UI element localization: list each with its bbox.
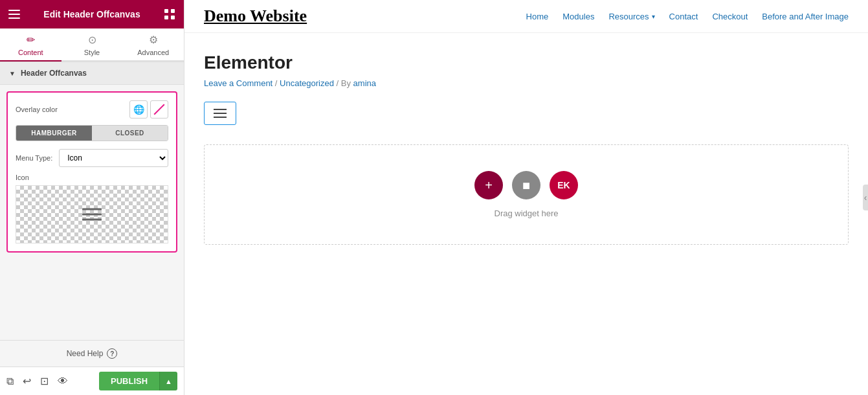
nav-contact[interactable]: Contact bbox=[669, 12, 698, 21]
publish-arrow-button[interactable]: ▲ bbox=[159, 372, 177, 390]
menu-type-label: Menu Type: bbox=[16, 154, 52, 162]
hamburger-widget[interactable] bbox=[204, 102, 236, 125]
tab-style[interactable]: ⊙ Style bbox=[61, 28, 123, 62]
nav-modules[interactable]: Modules bbox=[562, 12, 594, 21]
wh-line-3 bbox=[214, 117, 227, 118]
bottom-left-icons: ⧉ ↩ ⊡ 👁 bbox=[6, 375, 68, 387]
section-title: Header Offcanvas bbox=[21, 69, 87, 78]
wh-line-2 bbox=[214, 113, 227, 114]
site-logo: Demo Website bbox=[204, 6, 307, 26]
breadcrumb-comment-link[interactable]: Leave a Comment bbox=[204, 78, 273, 88]
tab-content[interactable]: ✏ Content bbox=[0, 28, 61, 62]
responsive-icon[interactable]: ⊡ bbox=[40, 375, 49, 387]
wh-line-1 bbox=[214, 109, 227, 110]
need-help[interactable]: Need Help ? bbox=[0, 340, 184, 367]
drag-widget-area[interactable]: + ■ EK Drag widget here bbox=[204, 144, 849, 245]
color-controls: 🌐 bbox=[129, 100, 168, 119]
svg-rect-1 bbox=[8, 14, 20, 15]
svg-rect-0 bbox=[8, 10, 20, 11]
panel-header: Edit Header Offcanvas bbox=[0, 0, 184, 28]
ek-widget-button[interactable]: EK bbox=[550, 171, 578, 199]
preview-icon[interactable]: 👁 bbox=[58, 376, 68, 387]
stop-widget-button[interactable]: ■ bbox=[512, 171, 540, 199]
global-color-button[interactable]: 🌐 bbox=[129, 100, 148, 119]
panel-header-actions bbox=[163, 8, 176, 21]
help-icon: ? bbox=[107, 348, 117, 359]
section-arrow: ▼ bbox=[9, 70, 16, 77]
svg-rect-6 bbox=[171, 16, 175, 19]
page-title: Elementor bbox=[204, 52, 849, 73]
nav-resources[interactable]: Resources ▾ bbox=[608, 12, 654, 21]
overlay-color-row: Overlay color 🌐 bbox=[16, 100, 168, 119]
breadcrumb-sep2: / By bbox=[337, 78, 351, 88]
breadcrumb-category-link[interactable]: Uncategorized bbox=[280, 78, 334, 88]
icon-preview[interactable] bbox=[16, 185, 168, 243]
hamburger-closed-toggle: HAMBURGER CLOSED bbox=[16, 125, 168, 141]
nav-home[interactable]: Home bbox=[526, 12, 549, 21]
tab-content-label: Content bbox=[18, 49, 43, 56]
main-area: Demo Website Home Modules Resources ▾ Co… bbox=[184, 0, 868, 395]
drag-widget-text: Drag widget here bbox=[495, 209, 559, 218]
hamburger-line-1 bbox=[82, 209, 102, 210]
closed-toggle-btn[interactable]: CLOSED bbox=[92, 126, 168, 141]
grid-icon[interactable] bbox=[163, 8, 176, 21]
bottom-toolbar: ⧉ ↩ ⊡ 👁 PUBLISH ▲ bbox=[0, 367, 184, 395]
widget-hamburger-icon bbox=[214, 109, 227, 118]
panel-resize-handle[interactable] bbox=[863, 185, 868, 210]
svg-rect-4 bbox=[171, 9, 175, 13]
add-widget-button[interactable]: + bbox=[474, 171, 503, 199]
panel-title: Edit Header Offcanvas bbox=[43, 9, 140, 19]
style-icon: ⊙ bbox=[88, 34, 96, 46]
page-content: Elementor Leave a Comment / Uncategorize… bbox=[184, 33, 868, 245]
menu-icon[interactable] bbox=[8, 8, 21, 21]
content-icon: ✏ bbox=[27, 34, 35, 46]
hamburger-toggle-btn[interactable]: HAMBURGER bbox=[16, 126, 92, 141]
hamburger-line-2 bbox=[82, 214, 102, 216]
svg-rect-3 bbox=[164, 9, 168, 13]
advanced-icon: ⚙ bbox=[149, 34, 158, 46]
drag-action-icons: + ■ EK bbox=[474, 171, 578, 199]
undo-icon[interactable]: ↩ bbox=[23, 375, 31, 387]
panel-tabs: ✏ Content ⊙ Style ⚙ Advanced bbox=[0, 28, 184, 62]
breadcrumb-author-link[interactable]: amina bbox=[353, 78, 376, 88]
tab-advanced[interactable]: ⚙ Advanced bbox=[122, 28, 184, 62]
color-picker-button[interactable] bbox=[150, 100, 168, 119]
left-panel: Edit Header Offcanvas ✏ Content ⊙ Style … bbox=[0, 0, 184, 395]
tab-style-label: Style bbox=[84, 49, 100, 56]
site-nav: Home Modules Resources ▾ Contact Checkou… bbox=[526, 12, 849, 21]
overlay-color-label: Overlay color bbox=[16, 106, 58, 113]
menu-type-select[interactable]: Icon Text Both bbox=[59, 149, 168, 167]
breadcrumb: Leave a Comment / Uncategorized / By ami… bbox=[204, 78, 849, 88]
publish-button[interactable]: PUBLISH bbox=[99, 372, 159, 390]
menu-type-row: Menu Type: Icon Text Both bbox=[16, 149, 168, 167]
tab-advanced-label: Advanced bbox=[137, 49, 169, 56]
breadcrumb-sep1: / bbox=[275, 78, 278, 88]
nav-before-after[interactable]: Before and After Image bbox=[762, 12, 849, 21]
section-header[interactable]: ▼ Header Offcanvas bbox=[0, 62, 184, 85]
svg-rect-2 bbox=[8, 17, 20, 19]
resources-arrow-icon: ▾ bbox=[652, 13, 655, 20]
need-help-label: Need Help bbox=[67, 349, 104, 358]
site-header: Demo Website Home Modules Resources ▾ Co… bbox=[184, 0, 868, 33]
svg-rect-5 bbox=[164, 16, 168, 19]
icon-field-label: Icon bbox=[16, 174, 168, 181]
hamburger-preview-icon bbox=[82, 209, 102, 221]
settings-pink-box: Overlay color 🌐 HAMBURGER CLOSED Menu Ty… bbox=[6, 91, 177, 253]
panel-content: Overlay color 🌐 HAMBURGER CLOSED Menu Ty… bbox=[0, 85, 184, 340]
hamburger-line-3 bbox=[82, 219, 102, 221]
layers-icon[interactable]: ⧉ bbox=[6, 376, 14, 387]
nav-checkout[interactable]: Checkout bbox=[712, 12, 748, 21]
publish-group: PUBLISH ▲ bbox=[99, 372, 177, 390]
